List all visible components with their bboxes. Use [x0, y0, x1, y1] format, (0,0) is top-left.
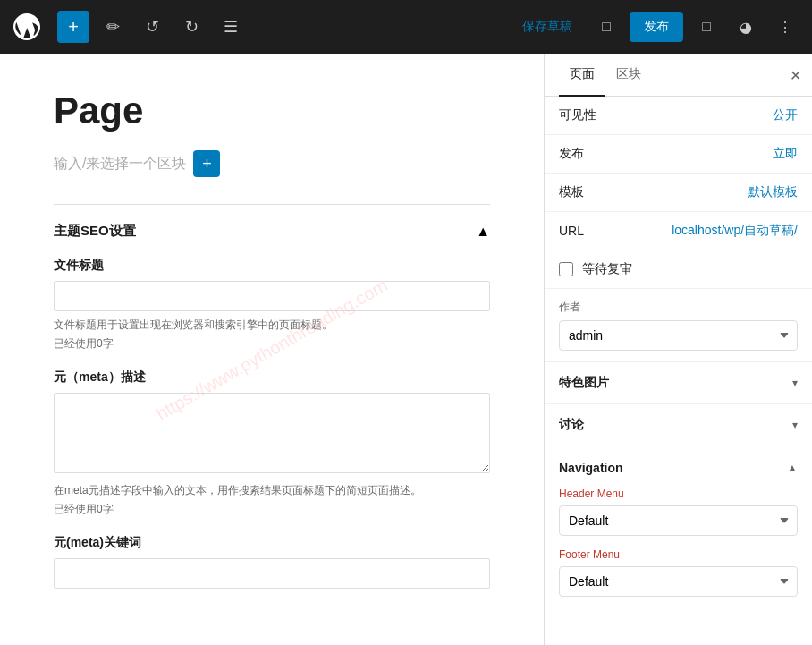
seo-section-header[interactable]: 主题SEO设置 ▲	[54, 223, 490, 240]
discussion-header[interactable]: 讨论 ▾	[545, 404, 812, 446]
publish-label: 发布	[559, 146, 584, 162]
header-menu-select[interactable]: Default	[559, 505, 798, 536]
avatar-button[interactable]: ◕	[730, 11, 762, 43]
save-draft-button[interactable]: 保存草稿	[512, 13, 583, 40]
publish-value[interactable]: 立即	[773, 146, 798, 162]
pending-review-row: 等待复审	[545, 250, 812, 289]
discussion-chevron: ▾	[792, 419, 798, 431]
publish-row: 发布 立即	[545, 135, 812, 174]
meta-desc-desc: 在meta元描述字段中输入的文本，用作搜索结果页面标题下的简短页面描述。	[54, 482, 490, 498]
template-value[interactable]: 默认模板	[748, 184, 798, 200]
featured-image-section: 特色图片 ▾	[545, 362, 812, 404]
toolbar: + ✏ ↺ ↻ ☰ 保存草稿 □ 发布 □ ◕ ⋮	[0, 0, 812, 54]
discussion-section: 讨论 ▾	[545, 404, 812, 446]
redo-button[interactable]: ↻	[175, 11, 207, 43]
pending-review-checkbox[interactable]	[559, 262, 573, 276]
header-menu-group: Header Menu Default	[559, 488, 798, 548]
visibility-row: 可见性 公开	[545, 97, 812, 135]
file-title-label: 文件标题	[54, 258, 490, 274]
file-title-count: 已经使用0字	[54, 336, 490, 352]
block-placeholder-text: 输入/来选择一个区块	[54, 155, 186, 174]
page-title[interactable]: Page	[54, 89, 490, 132]
sidebar-close-button[interactable]: ✕	[790, 66, 801, 83]
preview-icon-button[interactable]: □	[590, 11, 622, 43]
meta-desc-textarea[interactable]	[54, 393, 490, 473]
meta-desc-label: 元（meta）描述	[54, 369, 490, 386]
navigation-section: Navigation ▲ Header Menu Default Footer …	[545, 446, 812, 624]
tab-block[interactable]: 区块	[605, 54, 652, 97]
meta-keywords-label: 元(meta)关键词	[54, 535, 490, 551]
block-placeholder-row: 输入/来选择一个区块 +	[54, 150, 490, 177]
file-title-desc: 文件标题用于设置出现在浏览器和搜索引擎中的页面标题。	[54, 317, 490, 333]
seo-section: 主题SEO设置 ▲ 文件标题 文件标题用于设置出现在浏览器和搜索引擎中的页面标题…	[54, 204, 490, 624]
visibility-label: 可见性	[559, 107, 596, 123]
editor-area: https://www.pythonthreading.com Page 输入/…	[0, 54, 544, 645]
pending-review-label: 等待复审	[582, 261, 632, 277]
footer-menu-select[interactable]: Default	[559, 566, 798, 597]
navigation-header: Navigation ▲	[559, 461, 798, 475]
sidebar-tabs: 页面 区块 ✕	[545, 54, 812, 97]
meta-desc-field: 元（meta）描述 在meta元描述字段中输入的文本，用作搜索结果页面标题下的简…	[54, 369, 490, 517]
sidebar-content: 可见性 公开 发布 立即 模板 默认模板 URL localhost/wp/自动…	[545, 97, 812, 645]
author-row: 作者 admin	[545, 289, 812, 362]
template-row: 模板 默认模板	[545, 174, 812, 212]
url-value[interactable]: localhost/wp/自动草稿/	[672, 223, 798, 239]
author-select[interactable]: admin	[559, 320, 798, 351]
visibility-value[interactable]: 公开	[773, 107, 798, 123]
meta-keywords-field: 元(meta)关键词	[54, 535, 490, 589]
seo-collapse-icon: ▲	[476, 224, 490, 240]
template-label: 模板	[559, 184, 584, 200]
footer-menu-label: Footer Menu	[559, 548, 798, 561]
add-block-button[interactable]: +	[57, 11, 89, 43]
meta-desc-count: 已经使用0字	[54, 502, 490, 517]
seo-section-title: 主题SEO设置	[54, 223, 136, 240]
publish-button[interactable]: 发布	[630, 12, 683, 42]
navigation-collapse-icon[interactable]: ▲	[787, 462, 798, 474]
list-view-button[interactable]: ☰	[215, 11, 247, 43]
footer-menu-group: Footer Menu Default	[559, 548, 798, 609]
main-container: https://www.pythonthreading.com Page 输入/…	[0, 54, 812, 645]
more-options-button[interactable]: ⋮	[769, 11, 801, 43]
author-label: 作者	[559, 300, 798, 315]
file-title-input[interactable]	[54, 281, 490, 311]
tab-page[interactable]: 页面	[559, 54, 605, 97]
discussion-title: 讨论	[559, 417, 584, 433]
sidebar: 页面 区块 ✕ 可见性 公开 发布 立即 模板 默认模板 URL	[544, 54, 812, 645]
undo-button[interactable]: ↺	[136, 11, 168, 43]
pencil-icon-button[interactable]: ✏	[97, 11, 129, 43]
url-label: URL	[559, 224, 584, 238]
url-row: URL localhost/wp/自动草稿/	[545, 212, 812, 250]
file-title-field: 文件标题 文件标题用于设置出现在浏览器和搜索引擎中的页面标题。 已经使用0字	[54, 258, 490, 352]
header-menu-label: Header Menu	[559, 488, 798, 500]
featured-image-title: 特色图片	[559, 375, 609, 391]
layout-icon-button[interactable]: □	[690, 11, 723, 43]
wp-logo	[11, 11, 43, 43]
featured-image-chevron: ▾	[792, 377, 798, 389]
meta-keywords-input[interactable]	[54, 558, 490, 589]
block-add-inline-button[interactable]: +	[193, 150, 220, 177]
navigation-title: Navigation	[559, 461, 623, 475]
featured-image-header[interactable]: 特色图片 ▾	[545, 362, 812, 403]
